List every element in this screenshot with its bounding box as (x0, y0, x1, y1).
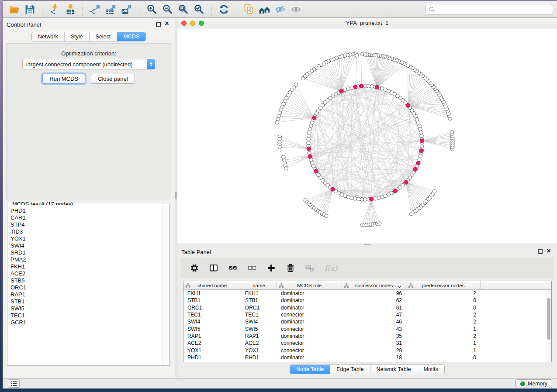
zoom-out-button[interactable] (161, 3, 174, 16)
first-neighbors-button[interactable] (258, 3, 271, 16)
close-panel-button[interactable]: Close panel (91, 74, 135, 84)
cell-predecessor-nodes[interactable]: 1 (406, 347, 481, 354)
tab-style[interactable]: Style (64, 32, 89, 41)
cell-predecessor-nodes[interactable]: 0 (406, 297, 481, 303)
cell-successor-nodes[interactable]: 29 (342, 347, 406, 354)
cell-predecessor-nodes[interactable]: 0 (406, 354, 481, 361)
cell-MCDS-role[interactable]: connector (277, 326, 342, 332)
cell-MCDS-role[interactable]: dominator (277, 305, 342, 311)
table-row[interactable]: FKH1FKH1dominator962 (183, 290, 551, 297)
mcds-result-item[interactable]: SRD1 (8, 249, 163, 256)
close-panel-icon[interactable]: × (163, 20, 170, 28)
table-row[interactable]: SWI4SWI4dominator462 (183, 318, 551, 325)
tab-mcds[interactable]: MCDS (117, 32, 145, 41)
zoom-selected-button[interactable] (192, 3, 205, 16)
zoom-in-button[interactable] (145, 3, 158, 16)
cell-MCDS-role[interactable]: dominator (277, 290, 342, 296)
cell-name[interactable]: ORC1 (241, 305, 277, 311)
cell-shared-name[interactable]: PHD1 (183, 354, 241, 361)
cell-name[interactable]: FKH1 (241, 290, 277, 296)
tab-select[interactable]: Select (89, 32, 117, 41)
cell-shared-name[interactable]: RAP1 (183, 333, 241, 339)
network-canvas[interactable] (177, 28, 557, 244)
cell-successor-nodes[interactable]: 61 (342, 305, 406, 311)
mcds-result-item[interactable]: YOX1 (8, 235, 163, 242)
task-history-button[interactable] (8, 379, 20, 388)
cell-name[interactable]: STB1 (241, 297, 277, 303)
deselect-all-checkboxes-button[interactable] (248, 264, 256, 272)
export-image-button[interactable] (120, 3, 133, 16)
add-column-button[interactable] (267, 264, 276, 272)
zoom-fit-button[interactable] (176, 3, 190, 16)
tab-edge-table[interactable]: Edge Table (330, 365, 370, 374)
mcds-result-item[interactable]: TEC1 (8, 312, 163, 319)
tab-network[interactable]: Network (32, 32, 64, 41)
cell-predecessor-nodes[interactable]: 0 (406, 305, 481, 311)
cell-successor-nodes[interactable]: 47 (342, 312, 406, 318)
import-table-button[interactable] (64, 3, 77, 16)
cell-MCDS-role[interactable]: dominator (277, 319, 342, 325)
cell-predecessor-nodes[interactable]: 1 (406, 340, 481, 346)
cell-successor-nodes[interactable]: 35 (342, 333, 406, 339)
cell-predecessor-nodes[interactable]: 2 (406, 319, 481, 325)
cell-shared-name[interactable]: STB1 (183, 297, 241, 303)
mcds-result-item[interactable]: TID3 (8, 228, 163, 235)
run-mcds-button[interactable]: Run MCDS (42, 74, 85, 84)
column-header-name[interactable]: name (241, 281, 277, 289)
mcds-result-item[interactable]: SWI4 (8, 242, 163, 249)
cell-MCDS-role[interactable]: connector (277, 347, 342, 354)
column-header-MCDS-role[interactable]: MCDS role (277, 281, 342, 289)
float-panel-icon[interactable] (156, 22, 161, 27)
settings-gear-button[interactable] (190, 264, 199, 272)
cell-shared-name[interactable]: FKH1 (183, 290, 241, 296)
splitter-grip-h[interactable] (364, 244, 370, 245)
mcds-result-item[interactable]: RAP1 (8, 291, 163, 298)
tab-motifs[interactable]: Motifs (417, 365, 444, 374)
export-table-button[interactable] (104, 3, 118, 16)
table-row[interactable]: YOX1YOX1connector291 (183, 347, 551, 354)
search-input[interactable] (437, 5, 553, 14)
select-all-checkboxes-button[interactable] (228, 264, 237, 272)
column-header-predecessor-nodes[interactable]: predecessor nodes (406, 281, 481, 289)
cell-predecessor-nodes[interactable]: 2 (406, 333, 481, 339)
cell-MCDS-role[interactable]: dominator (277, 297, 342, 303)
cell-shared-name[interactable]: YOX1 (183, 347, 241, 354)
table-row[interactable]: ORC1ORC1dominator610 (183, 304, 551, 311)
cell-name[interactable]: SWI4 (241, 319, 277, 325)
cell-shared-name[interactable]: SWI5 (183, 326, 241, 332)
mcds-result-item[interactable]: ACE2 (8, 270, 163, 277)
cell-predecessor-nodes[interactable]: 2 (406, 312, 481, 318)
mcds-result-item[interactable]: STB5 (8, 277, 163, 284)
column-header-shared-name[interactable]: shared name (183, 281, 241, 289)
table-row[interactable]: ACE2ACE2connector311 (183, 340, 551, 347)
cell-successor-nodes[interactable]: 46 (342, 319, 406, 325)
network-graph[interactable] (177, 28, 557, 244)
mcds-result-item[interactable]: STB1 (8, 298, 163, 305)
cell-successor-nodes[interactable]: 31 (342, 340, 406, 346)
cell-shared-name[interactable]: ACE2 (183, 340, 241, 346)
cell-MCDS-role[interactable]: connector (277, 340, 342, 346)
table-scrollbar[interactable] (546, 290, 551, 361)
column-header-successor-nodes[interactable]: successor nodes (342, 281, 406, 289)
refresh-network-button[interactable] (217, 3, 230, 16)
cell-successor-nodes[interactable]: 96 (342, 290, 406, 296)
tab-network-table[interactable]: Network Table (370, 365, 417, 374)
mcds-result-item[interactable]: ORC1 (8, 284, 163, 291)
cell-shared-name[interactable]: ORC1 (183, 305, 241, 311)
mcds-result-item[interactable]: PHD1 (8, 207, 163, 214)
cell-shared-name[interactable]: SWI4 (183, 319, 241, 325)
cell-shared-name[interactable]: TEC1 (183, 312, 241, 318)
cell-predecessor-nodes[interactable]: 1 (406, 326, 481, 332)
hide-selected-button[interactable] (273, 3, 287, 16)
cell-name[interactable]: SWI5 (241, 326, 277, 332)
table-row[interactable]: TEC1TEC1connector472 (183, 311, 551, 318)
table-row[interactable]: PHD1PHD1dominator180 (183, 354, 551, 361)
cell-successor-nodes[interactable]: 43 (342, 326, 406, 332)
mcds-result-list[interactable]: PHD1CAR1STP4TID3YOX1SWI4SRD1PMA2FKH1ACE2… (8, 205, 163, 364)
mcds-result-item[interactable]: GCR1 (8, 319, 163, 326)
open-session-button[interactable] (7, 3, 21, 16)
memory-button[interactable]: Memory (515, 379, 552, 388)
cell-name[interactable]: PHD1 (241, 354, 277, 361)
save-session-button[interactable] (23, 3, 36, 16)
mcds-result-item[interactable]: CAR1 (8, 214, 163, 221)
